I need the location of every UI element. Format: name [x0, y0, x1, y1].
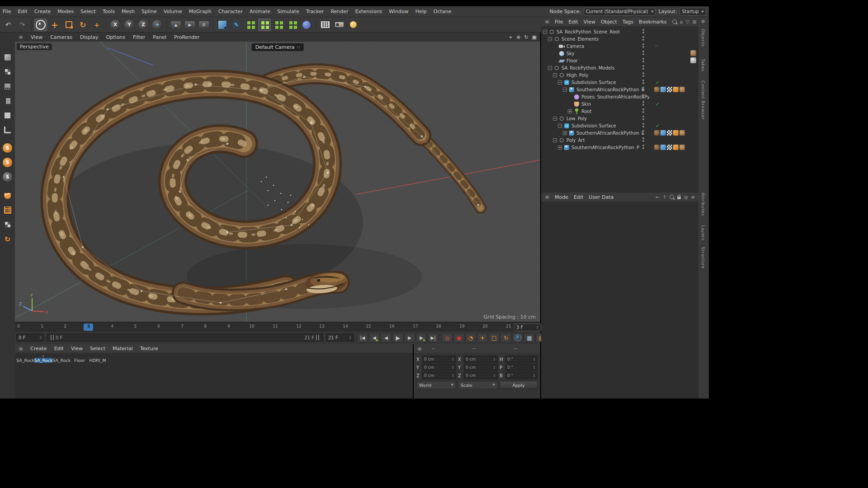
autokey-button[interactable]: ●	[453, 333, 464, 343]
material-tag-icon[interactable]	[679, 130, 685, 136]
visibility-dots[interactable]	[642, 80, 644, 84]
menu-tools[interactable]: Tools	[103, 9, 115, 14]
array-grid-button[interactable]	[319, 19, 331, 31]
material-item[interactable]: SA_Rock	[52, 356, 71, 363]
undo-button[interactable]: ↶	[2, 19, 14, 31]
menu-create[interactable]: Create	[34, 9, 51, 14]
material-item[interactable]: HDRI_M	[89, 356, 107, 363]
powerslider-track[interactable]: 0 F 21 F	[47, 333, 323, 342]
material-item[interactable]: SA_Rock	[16, 356, 34, 363]
vp-menu-panel[interactable]: Panel	[153, 34, 166, 40]
menu-modes[interactable]: Modes	[57, 9, 74, 14]
visibility-dots[interactable]	[642, 116, 644, 120]
attr-menu-userdata[interactable]: User Data	[589, 194, 613, 200]
volume-builder-button[interactable]	[300, 19, 313, 31]
last-used-tool[interactable]: +	[90, 19, 103, 31]
snap-enable-button[interactable]: S	[2, 142, 14, 154]
camera-selector[interactable]: Default Camera ∷	[252, 43, 304, 51]
spinner-icon[interactable]: ↕	[533, 366, 536, 370]
menu-render[interactable]: Render	[330, 9, 348, 14]
mat-menu-create[interactable]: Create	[30, 346, 47, 352]
collapse-icon[interactable]: −	[548, 66, 552, 70]
menu-extensions[interactable]: Extensions	[355, 9, 382, 14]
uv-tag-icon[interactable]	[667, 87, 672, 92]
menu-spline[interactable]: Spline	[142, 9, 157, 14]
collapse-icon[interactable]: −	[558, 124, 562, 128]
camera-button[interactable]	[333, 19, 345, 31]
dock-tab-content-browser[interactable]: Content Browser	[701, 80, 706, 120]
grid-view-icon[interactable]: ⊞	[693, 19, 696, 24]
visibility-dots[interactable]	[642, 87, 644, 91]
enabled-check-icon[interactable]: ✓	[656, 123, 660, 129]
move-tool[interactable]: +	[48, 19, 61, 31]
tree-row-scene-elements[interactable]: − Scene_Elements	[541, 35, 698, 42]
viewport-toggle-icon[interactable]: ▣	[532, 34, 537, 40]
range-start-handle[interactable]	[51, 335, 54, 340]
om-menu-tags[interactable]: Tags	[623, 19, 633, 25]
hamburger-icon[interactable]: ≡	[19, 34, 23, 40]
rotation-h-field[interactable]: 0 °↕	[505, 356, 538, 363]
viewport-3d[interactable]: Perspective Default Camera ∷ Grid Spacin…	[15, 42, 540, 322]
phong-tag-icon[interactable]	[673, 87, 679, 92]
tree-row-low-poly[interactable]: − Low_Poly	[541, 115, 698, 122]
vp-menu-view[interactable]: View	[31, 34, 42, 40]
collapse-icon[interactable]: −	[553, 138, 557, 142]
menu-animate[interactable]: Animate	[250, 9, 270, 14]
visibility-dots[interactable]	[642, 51, 644, 55]
redo-button[interactable]: ↷	[16, 19, 28, 31]
record-parameter-button[interactable]: P	[512, 333, 523, 343]
spinner-icon[interactable]: ↕	[451, 374, 454, 378]
spinner-icon[interactable]: ↕	[349, 336, 352, 340]
tree-row-python-hp[interactable]: − SouthernAfricanRockPython_HP	[541, 86, 698, 93]
snap-modes-button[interactable]: S	[2, 156, 14, 168]
hamburger-icon[interactable]: ≡	[545, 194, 549, 200]
scene-3d-canvas[interactable]	[15, 42, 540, 322]
om-menu-edit[interactable]: Edit	[568, 19, 578, 25]
phong-tag-icon[interactable]	[673, 145, 679, 150]
coordinate-system-toggle[interactable]: +	[151, 19, 164, 31]
dock-tab-attributes[interactable]: Attributes	[701, 192, 706, 216]
tree-row-scene-root[interactable]: − SA_RockPython_Scene_Root	[541, 28, 698, 35]
mat-menu-edit[interactable]: Edit	[54, 346, 64, 352]
play-button[interactable]: ▶	[392, 333, 403, 343]
rotation-b-field[interactable]: 0 °↕	[505, 372, 538, 379]
current-frame-field[interactable]: 3 F ↕	[514, 324, 541, 331]
position-x-field[interactable]: 0 cm↕	[422, 356, 456, 363]
menu-octane[interactable]: Octane	[434, 9, 452, 14]
uv-tag-icon[interactable]	[667, 130, 672, 136]
record-rotation-button[interactable]: ↻	[500, 333, 511, 343]
vp-menu-filter[interactable]: Filter	[133, 34, 145, 40]
collapse-icon[interactable]: −	[553, 73, 557, 77]
position-y-field[interactable]: 0 cm↕	[422, 364, 456, 371]
visibility-dots[interactable]	[642, 58, 644, 62]
apply-button[interactable]: Apply	[500, 381, 538, 389]
weight-tag-icon[interactable]	[660, 87, 666, 92]
spinner-icon[interactable]: ↕	[493, 357, 496, 361]
visibility-dots[interactable]	[642, 123, 644, 127]
tree-row-subdivision-hp[interactable]: − Subdivision Surface ✓	[541, 79, 698, 86]
menu-mograph[interactable]: MoGraph	[189, 9, 212, 14]
texture-tag-icon[interactable]	[654, 145, 660, 150]
tag-strip[interactable]	[654, 130, 685, 136]
menu-volume[interactable]: Volume	[164, 9, 182, 14]
gear-icon[interactable]: ⚙	[701, 19, 705, 24]
menu-file[interactable]: File	[3, 9, 11, 14]
timeline-ruler[interactable]: 0 1 2 3 4 5 6 7 8 9 10 11 12 13 14 15 16…	[15, 322, 540, 332]
rotate-tool[interactable]: ↻	[76, 19, 89, 31]
visibility-dots[interactable]	[642, 29, 644, 33]
up-arrow-icon[interactable]: ↑	[662, 195, 666, 200]
uv-grid-button[interactable]	[2, 204, 14, 216]
visibility-dots[interactable]	[642, 94, 644, 99]
axis-lock-x[interactable]: X	[109, 19, 122, 31]
tree-row-python-lp[interactable]: + SouthernAfricanRockPython_LP	[541, 129, 698, 136]
target-icon[interactable]: ◎	[684, 195, 688, 200]
visibility-dots[interactable]	[642, 65, 644, 70]
previous-frame-button[interactable]: ◀	[381, 333, 392, 343]
spinner-icon[interactable]: ↕	[533, 374, 536, 378]
collapse-icon[interactable]: −	[558, 80, 562, 84]
material-tag-icon[interactable]	[679, 87, 685, 92]
visibility-dots[interactable]	[642, 43, 644, 48]
dock-tab-objects[interactable]: Objects	[701, 29, 706, 47]
collapse-icon[interactable]: −	[553, 117, 557, 121]
live-selection-tool[interactable]	[34, 19, 47, 31]
